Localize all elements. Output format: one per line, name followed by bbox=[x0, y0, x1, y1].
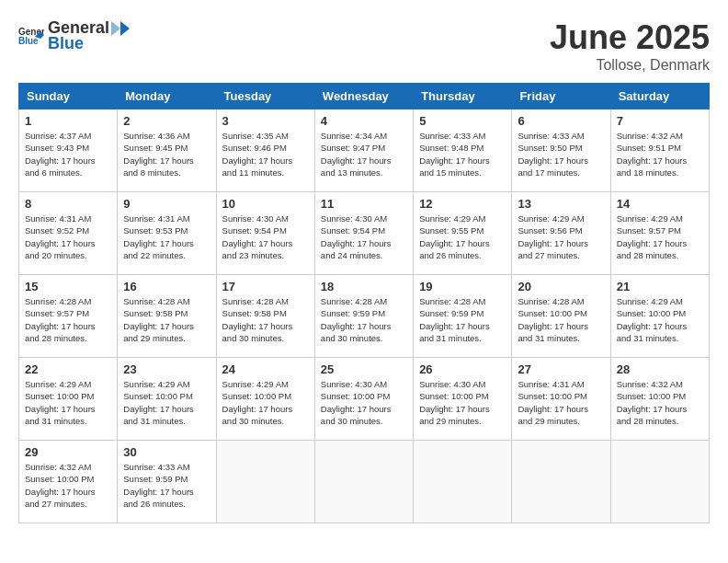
header-wednesday: Wednesday bbox=[314, 84, 413, 109]
day-info: Sunrise: 4:33 AMSunset: 9:50 PMDaylight:… bbox=[518, 130, 604, 178]
day-info: Sunrise: 4:29 AMSunset: 9:55 PMDaylight:… bbox=[419, 213, 506, 261]
calendar-cell bbox=[216, 441, 314, 523]
day-info: Sunrise: 4:29 AMSunset: 10:00 PMDaylight… bbox=[123, 378, 210, 427]
day-number: 21 bbox=[617, 280, 703, 293]
header-monday: Monday bbox=[118, 84, 216, 109]
week-row-1: 1Sunrise: 4:37 AMSunset: 9:43 PMDaylight… bbox=[19, 109, 710, 192]
day-info: Sunrise: 4:31 AMSunset: 9:52 PMDaylight:… bbox=[25, 213, 111, 261]
day-info: Sunrise: 4:30 AMSunset: 9:54 PMDaylight:… bbox=[222, 213, 309, 261]
header-friday: Friday bbox=[512, 84, 610, 109]
calendar-header-row: SundayMondayTuesdayWednesdayThursdayFrid… bbox=[19, 84, 710, 109]
header-saturday: Saturday bbox=[610, 84, 709, 109]
title-area: June 2025 Tollose, Denmark bbox=[550, 18, 710, 74]
day-number: 5 bbox=[419, 114, 506, 128]
day-info: Sunrise: 4:28 AMSunset: 9:58 PMDaylight:… bbox=[222, 295, 309, 344]
calendar-cell: 22Sunrise: 4:29 AMSunset: 10:00 PMDaylig… bbox=[19, 358, 118, 441]
day-number: 10 bbox=[222, 197, 309, 211]
svg-text:Blue: Blue bbox=[18, 36, 39, 46]
calendar-cell bbox=[512, 441, 610, 523]
calendar-cell: 23Sunrise: 4:29 AMSunset: 10:00 PMDaylig… bbox=[118, 358, 216, 441]
day-info: Sunrise: 4:32 AMSunset: 10:00 PMDaylight… bbox=[25, 461, 111, 510]
header-thursday: Thursday bbox=[414, 84, 512, 109]
day-number: 12 bbox=[419, 197, 506, 211]
day-number: 15 bbox=[25, 280, 111, 293]
calendar-cell: 29Sunrise: 4:32 AMSunset: 10:00 PMDaylig… bbox=[19, 441, 118, 523]
calendar-table: SundayMondayTuesdayWednesdayThursdayFrid… bbox=[18, 83, 710, 523]
day-number: 1 bbox=[25, 114, 111, 128]
day-number: 17 bbox=[222, 280, 309, 293]
day-number: 11 bbox=[321, 197, 407, 211]
header-sunday: Sunday bbox=[19, 84, 118, 109]
week-row-2: 8Sunrise: 4:31 AMSunset: 9:52 PMDaylight… bbox=[19, 192, 710, 275]
day-info: Sunrise: 4:31 AMSunset: 10:00 PMDaylight… bbox=[518, 378, 604, 427]
location-title: Tollose, Denmark bbox=[550, 57, 710, 74]
calendar-cell: 24Sunrise: 4:29 AMSunset: 10:00 PMDaylig… bbox=[216, 358, 314, 441]
calendar-cell: 20Sunrise: 4:28 AMSunset: 10:00 PMDaylig… bbox=[512, 275, 610, 358]
day-info: Sunrise: 4:30 AMSunset: 9:54 PMDaylight:… bbox=[321, 213, 407, 261]
day-number: 20 bbox=[518, 280, 604, 293]
day-info: Sunrise: 4:29 AMSunset: 9:56 PMDaylight:… bbox=[518, 213, 604, 261]
day-info: Sunrise: 4:29 AMSunset: 9:57 PMDaylight:… bbox=[617, 213, 703, 261]
day-info: Sunrise: 4:32 AMSunset: 9:51 PMDaylight:… bbox=[617, 130, 703, 178]
day-info: Sunrise: 4:32 AMSunset: 10:00 PMDaylight… bbox=[617, 378, 703, 427]
day-number: 24 bbox=[222, 362, 309, 376]
calendar-cell: 7Sunrise: 4:32 AMSunset: 9:51 PMDaylight… bbox=[610, 109, 709, 192]
calendar-cell: 4Sunrise: 4:34 AMSunset: 9:47 PMDaylight… bbox=[314, 109, 413, 192]
calendar-cell: 28Sunrise: 4:32 AMSunset: 10:00 PMDaylig… bbox=[610, 358, 709, 441]
day-info: Sunrise: 4:33 AMSunset: 9:59 PMDaylight:… bbox=[123, 461, 210, 510]
calendar-cell: 26Sunrise: 4:30 AMSunset: 10:00 PMDaylig… bbox=[414, 358, 512, 441]
calendar-cell: 9Sunrise: 4:31 AMSunset: 9:53 PMDaylight… bbox=[118, 192, 216, 275]
day-info: Sunrise: 4:28 AMSunset: 10:00 PMDaylight… bbox=[518, 295, 604, 344]
calendar-cell: 21Sunrise: 4:29 AMSunset: 10:00 PMDaylig… bbox=[610, 275, 709, 358]
day-number: 13 bbox=[518, 197, 604, 211]
day-number: 3 bbox=[222, 114, 309, 128]
day-number: 28 bbox=[617, 362, 703, 376]
calendar-cell bbox=[314, 441, 413, 523]
day-number: 30 bbox=[123, 445, 210, 459]
page-header: General Blue General Blue June 2025 Toll… bbox=[18, 18, 710, 74]
calendar-cell: 13Sunrise: 4:29 AMSunset: 9:56 PMDayligh… bbox=[512, 192, 610, 275]
day-number: 27 bbox=[518, 362, 604, 376]
logo-flag-icon bbox=[111, 21, 130, 36]
calendar-cell: 30Sunrise: 4:33 AMSunset: 9:59 PMDayligh… bbox=[118, 441, 216, 523]
day-number: 23 bbox=[123, 362, 210, 376]
calendar-cell: 16Sunrise: 4:28 AMSunset: 9:58 PMDayligh… bbox=[118, 275, 216, 358]
day-info: Sunrise: 4:34 AMSunset: 9:47 PMDaylight:… bbox=[321, 130, 407, 178]
day-number: 4 bbox=[321, 114, 407, 128]
day-number: 2 bbox=[123, 114, 210, 128]
day-number: 14 bbox=[617, 197, 703, 211]
day-number: 18 bbox=[321, 280, 407, 293]
svg-marker-3 bbox=[111, 21, 120, 36]
day-number: 25 bbox=[321, 362, 407, 376]
day-info: Sunrise: 4:36 AMSunset: 9:45 PMDaylight:… bbox=[123, 130, 210, 178]
calendar-cell: 1Sunrise: 4:37 AMSunset: 9:43 PMDaylight… bbox=[19, 109, 118, 192]
day-number: 19 bbox=[419, 280, 506, 293]
calendar-cell: 11Sunrise: 4:30 AMSunset: 9:54 PMDayligh… bbox=[314, 192, 413, 275]
day-number: 29 bbox=[25, 445, 111, 459]
day-info: Sunrise: 4:29 AMSunset: 10:00 PMDaylight… bbox=[617, 295, 703, 344]
day-info: Sunrise: 4:28 AMSunset: 9:59 PMDaylight:… bbox=[321, 295, 407, 344]
logo-icon: General Blue bbox=[18, 26, 44, 46]
day-info: Sunrise: 4:35 AMSunset: 9:46 PMDaylight:… bbox=[222, 130, 309, 178]
calendar-cell: 10Sunrise: 4:30 AMSunset: 9:54 PMDayligh… bbox=[216, 192, 314, 275]
calendar-cell: 12Sunrise: 4:29 AMSunset: 9:55 PMDayligh… bbox=[414, 192, 512, 275]
day-number: 7 bbox=[617, 114, 703, 128]
calendar-cell: 5Sunrise: 4:33 AMSunset: 9:48 PMDaylight… bbox=[414, 109, 512, 192]
calendar-cell: 18Sunrise: 4:28 AMSunset: 9:59 PMDayligh… bbox=[314, 275, 413, 358]
svg-marker-2 bbox=[120, 21, 130, 36]
day-info: Sunrise: 4:29 AMSunset: 10:00 PMDaylight… bbox=[222, 378, 309, 427]
week-row-4: 22Sunrise: 4:29 AMSunset: 10:00 PMDaylig… bbox=[19, 358, 710, 441]
calendar-cell: 17Sunrise: 4:28 AMSunset: 9:58 PMDayligh… bbox=[216, 275, 314, 358]
week-row-3: 15Sunrise: 4:28 AMSunset: 9:57 PMDayligh… bbox=[19, 275, 710, 358]
month-title: June 2025 bbox=[550, 18, 710, 57]
calendar-cell bbox=[610, 441, 709, 523]
calendar-cell: 15Sunrise: 4:28 AMSunset: 9:57 PMDayligh… bbox=[19, 275, 118, 358]
calendar-cell: 8Sunrise: 4:31 AMSunset: 9:52 PMDaylight… bbox=[19, 192, 118, 275]
day-number: 26 bbox=[419, 362, 506, 376]
day-info: Sunrise: 4:28 AMSunset: 9:59 PMDaylight:… bbox=[419, 295, 506, 344]
calendar-cell: 19Sunrise: 4:28 AMSunset: 9:59 PMDayligh… bbox=[414, 275, 512, 358]
day-info: Sunrise: 4:28 AMSunset: 9:57 PMDaylight:… bbox=[25, 295, 111, 344]
header-tuesday: Tuesday bbox=[216, 84, 314, 109]
day-number: 9 bbox=[123, 197, 210, 211]
calendar-cell: 3Sunrise: 4:35 AMSunset: 9:46 PMDaylight… bbox=[216, 109, 314, 192]
